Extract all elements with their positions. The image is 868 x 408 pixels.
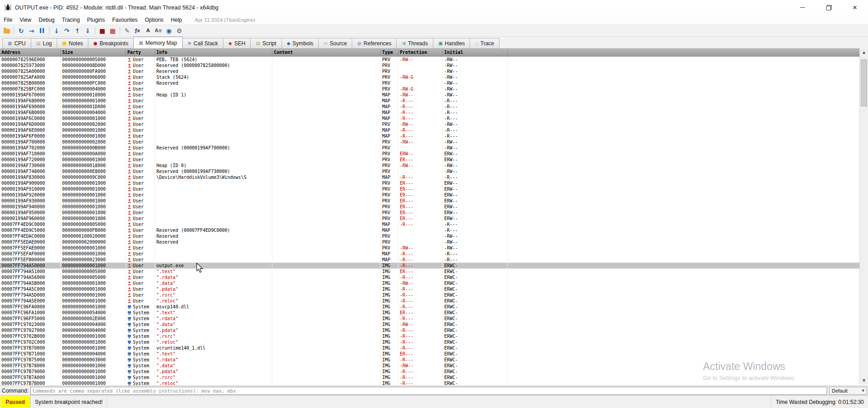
strings-icon[interactable]: A	[143, 26, 153, 36]
memory-row[interactable]: 00007FFC9702B0000000000000001000System".…	[0, 333, 868, 339]
memory-row[interactable]: 00000199AF830000000000000009C000User\Dev…	[0, 174, 868, 180]
memory-row[interactable]: 0000007825B0000000000000000FC000UserRese…	[0, 80, 868, 86]
step-over-icon[interactable]: ↷	[62, 26, 72, 36]
tab-cpu[interactable]: ▦CPU	[2, 38, 31, 48]
assemble-fx-icon[interactable]: ƒx	[132, 26, 143, 36]
column-header-content[interactable]: Content	[272, 49, 381, 56]
command-input[interactable]	[30, 387, 827, 395]
memory-row[interactable]: 00000199AF9300000000000000001000UserPRVE…	[0, 198, 868, 204]
restart-icon[interactable]: ↻	[16, 26, 26, 36]
memory-row[interactable]: 00007FFC96FA10000000000000054000System".…	[0, 310, 868, 316]
close-button[interactable]: ×	[842, 0, 868, 15]
tab-seh[interactable]: ◆SEH	[223, 38, 251, 48]
memory-row[interactable]: 00007FF794A5E0000000000000001000User".re…	[0, 298, 868, 304]
memory-row[interactable]: 00007FF794A5C0000000000000001000User".pd…	[0, 286, 868, 292]
tab-symbols[interactable]: ◆Symbols	[281, 38, 319, 48]
memory-row[interactable]: 00000199AF9100000000000000001000UserPRVE…	[0, 186, 868, 192]
memory-row[interactable]: 0000007825A0000000000000000FA000UserRese…	[0, 68, 868, 74]
memory-row[interactable]: 00007FF794A560000000000000005000User".rd…	[0, 274, 868, 280]
column-header-protection[interactable]: Protection	[398, 49, 443, 56]
memory-row[interactable]: 00007FF794A510000000000000005000User".te…	[0, 269, 868, 274]
scroll-down-button[interactable]: ▼	[860, 377, 868, 384]
memory-row[interactable]: 00007FF5EFAF00000000000000001000UserMAP-…	[0, 251, 868, 257]
tab-threads[interactable]: ⇉Threads	[396, 38, 433, 48]
step-into-icon[interactable]: ↓	[51, 26, 62, 36]
command-mode-select[interactable]: Default ▼	[829, 387, 867, 395]
memory-row[interactable]: 000000782596E0000000000000005000UserPEB,…	[0, 57, 868, 62]
run-icon[interactable]: →	[26, 26, 37, 36]
memory-row[interactable]: 00000199AF6B00000000000000004000UserMAP-…	[0, 110, 868, 115]
memory-row[interactable]: 00000199AF6800000000000000001000UserMAP-…	[0, 98, 868, 104]
settings-gear-icon[interactable]: ⚙	[174, 26, 184, 36]
memory-row[interactable]: 00007FFC97B780000000000000001000System".…	[0, 363, 868, 369]
memory-row[interactable]: 00007FFC97B790000000000000001000System".…	[0, 369, 868, 374]
memory-row[interactable]: 00000199AF9000000000000000001000UserPRVE…	[0, 180, 868, 186]
tab-references[interactable]: ◎References	[352, 38, 397, 48]
open-file-icon[interactable]	[1, 26, 12, 36]
memory-row[interactable]: 00000199AF6700000000000000010000UserHeap…	[0, 92, 868, 98]
patch-icon[interactable]: ✎	[122, 26, 132, 36]
memory-row[interactable]: 00007FFC97B700000000000000001000Systemvc…	[0, 345, 868, 351]
memory-row-selected[interactable]: 00007FF794A500000000000000001000Useroutp…	[0, 263, 868, 269]
column-header-address[interactable]: Address	[0, 49, 61, 56]
vertical-scrollbar[interactable]: ▲ ▼	[859, 48, 868, 384]
info-icon[interactable]: ◉	[164, 26, 174, 36]
column-header-info[interactable]: Info	[155, 49, 272, 56]
menu-tracing[interactable]: Tracing	[58, 15, 84, 24]
memory-row[interactable]: 00007FFC9702C0000000000000001000System".…	[0, 339, 868, 345]
run-to-user-code-icon[interactable]: ⇓	[82, 26, 93, 36]
memory-row[interactable]: 00007FF5EDAE00000000000002000000UserRese…	[0, 239, 868, 245]
column-header-initial[interactable]: Initial	[443, 49, 508, 56]
memory-row[interactable]: 0000007825BFC0000000000000004000UserPRV-…	[0, 86, 868, 92]
memory-row[interactable]: 00000199AF7300000000000000018000UserHeap…	[0, 163, 868, 168]
memory-row[interactable]: 00007FFC97B7B0000000000000001000System".…	[0, 380, 868, 385]
menu-favourites[interactable]: Favourites	[108, 15, 141, 24]
menu-help[interactable]: Help	[167, 15, 186, 24]
menu-options[interactable]: Options	[141, 15, 167, 24]
scrollbar-thumb[interactable]	[861, 59, 867, 106]
memory-row[interactable]: 00007FF5EFAE00000000000000001000UserPRV-…	[0, 245, 868, 251]
tab-script[interactable]: ▤Script	[250, 38, 281, 48]
memory-row[interactable]: 00007FFC96FA00000000000000001000Systemms…	[0, 304, 868, 310]
tab-handles[interactable]: ▣Handles	[433, 38, 470, 48]
tab-breakpoints[interactable]: ●Breakpoints	[88, 38, 134, 48]
column-header-party[interactable]: Party	[126, 49, 155, 56]
tab-memory-map[interactable]: ▦Memory Map	[133, 37, 182, 48]
tab-notes[interactable]: ■Notes	[57, 38, 88, 48]
memory-row[interactable]: 00000199AF9600000000000000001000UserPRVE…	[0, 216, 868, 221]
preferences-text-icon[interactable]: A≡	[153, 26, 164, 36]
menu-plugins[interactable]: Plugins	[83, 15, 108, 24]
memory-row[interactable]: 00000199AF74800000000000000E8000UserRese…	[0, 168, 868, 174]
tab-source[interactable]: ‹›Source	[318, 38, 352, 48]
memory-row[interactable]: 00007FFC970230000000000000004000System".…	[0, 322, 868, 327]
menu-view[interactable]: View	[16, 15, 35, 24]
breakpoints-icon[interactable]: ▦	[107, 26, 118, 36]
menu-debug[interactable]: Debug	[35, 15, 58, 24]
restore-button[interactable]	[815, 0, 842, 15]
memory-row[interactable]: 00007FF5EFB000000000000000023000UserMAP-…	[0, 257, 868, 263]
memory-row[interactable]: 00000199AF710000000000000000A000UserPRVE…	[0, 151, 868, 157]
pause-icon[interactable]	[37, 26, 47, 36]
column-header-size[interactable]: Size	[61, 49, 126, 56]
memory-row[interactable]: 00000199AF9200000000000000001000UserPRVE…	[0, 192, 868, 198]
scroll-up-button[interactable]: ▲	[860, 48, 868, 56]
memory-row[interactable]: 00007FFC97B710000000000000004000System".…	[0, 351, 868, 357]
memory-row[interactable]: 00000199AF6C00000000000000001000UserMAP-…	[0, 115, 868, 121]
memory-row[interactable]: 00007FFC970270000000000000004000System".…	[0, 327, 868, 333]
memory-row[interactable]: 00000199AF6D00000000000000002000UserPRV-…	[0, 121, 868, 127]
column-header-type[interactable]: Type	[381, 49, 398, 56]
memory-row[interactable]: 0000007825AFA0000000000000006000UserStac…	[0, 74, 868, 80]
memory-row[interactable]: 00000199AF7200000000000000001000UserPRVE…	[0, 157, 868, 163]
memory-row[interactable]: 00000199AF9400000000000000001000UserPRVE…	[0, 204, 868, 210]
memory-row[interactable]: 00007FFC97B750000000000000003000System".…	[0, 357, 868, 363]
tab-trace[interactable]: ∴Trace	[470, 38, 499, 48]
step-out-icon[interactable]: ↑	[72, 26, 82, 36]
memory-row[interactable]: 00007FF4ED9C500000000000000FB000UserRese…	[0, 227, 868, 233]
memory-row[interactable]: 00000199AF9500000000000000001000UserPRVE…	[0, 210, 868, 216]
minimize-button[interactable]	[789, 0, 815, 15]
memory-row[interactable]: 00007FF794A5B0000000000000001000User".da…	[0, 280, 868, 286]
memory-row[interactable]: 0000007825973000000000000008D000UserRese…	[0, 62, 868, 68]
memory-row[interactable]: 00000199AF6E00000000000000001000UserMAP-…	[0, 127, 868, 133]
memory-row[interactable]: 00007FF4EDAC00000000000100020000UserRese…	[0, 233, 868, 239]
menu-file[interactable]: File	[0, 15, 16, 24]
